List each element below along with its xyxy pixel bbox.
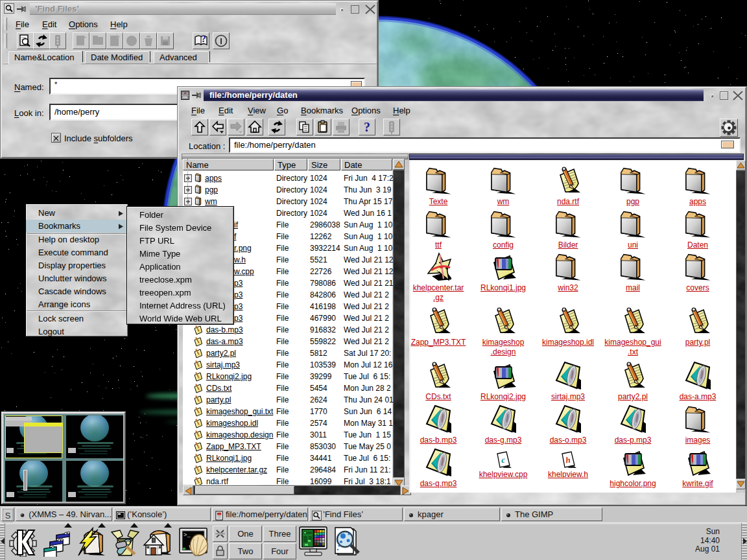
svg-text:?: ? [364, 120, 370, 134]
svg-text:>_: >_ [184, 532, 191, 539]
svg-text:?: ? [201, 34, 206, 44]
